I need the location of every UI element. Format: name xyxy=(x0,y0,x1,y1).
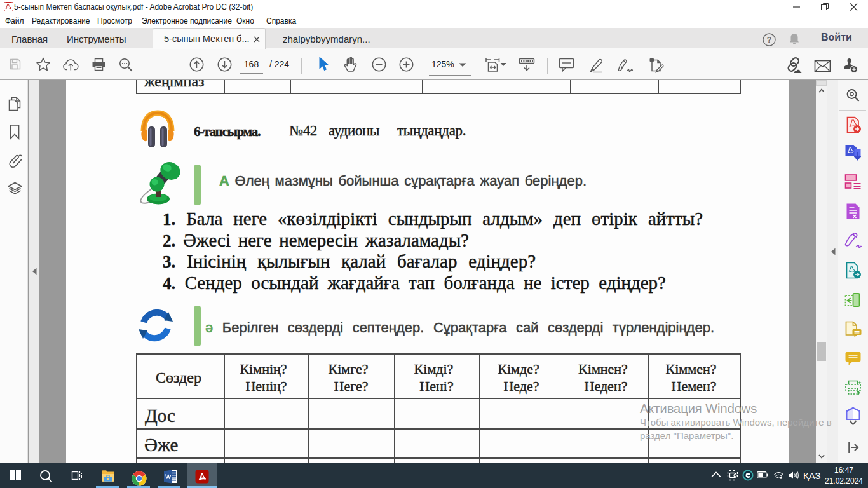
svg-text:?: ? xyxy=(767,36,771,44)
